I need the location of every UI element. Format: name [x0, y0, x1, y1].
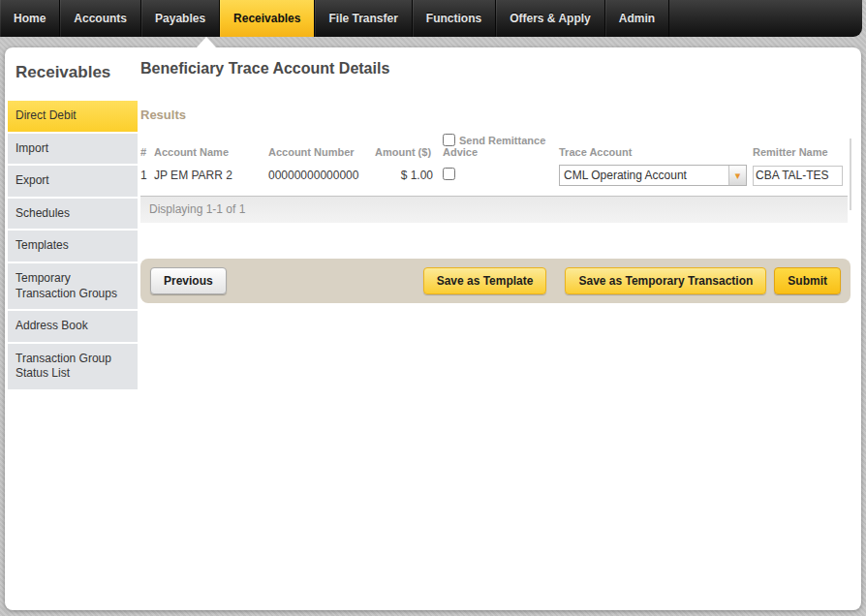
previous-button[interactable]: Previous [150, 267, 227, 294]
submit-button[interactable]: Submit [774, 267, 841, 294]
trace-account-select[interactable]: CML Operating Account ▾ [559, 165, 747, 186]
table-row: 1 JP EM PARR 2 00000000000000 $ 1.00 CML… [140, 163, 848, 193]
header-send-remittance-line1: Send Remittance [459, 135, 545, 146]
header-send-remittance-advice: Send Remittance Advice [439, 134, 559, 158]
header-remitter-name: Remitter Name [753, 146, 848, 158]
header-account-name: Account Name [154, 146, 268, 158]
row-amount: $ 1.00 [375, 169, 439, 182]
header-trace-account: Trace Account [559, 146, 753, 158]
sidebar-item-address-book[interactable]: Address Book [8, 311, 138, 342]
row-account-number: 00000000000000 [268, 169, 375, 182]
row-number: 1 [140, 169, 154, 182]
sidebar: Receivables Direct Debit Import Export S… [8, 47, 138, 391]
results-table: # Account Name Account Number Amount ($)… [140, 134, 848, 223]
sidebar-item-templates[interactable]: Templates [8, 231, 138, 262]
save-as-temporary-transaction-button[interactable]: Save as Temporary Transaction [565, 267, 766, 294]
nav-tab-accounts[interactable]: Accounts [60, 0, 141, 37]
pagination-status: Displaying 1-1 of 1 [140, 196, 848, 223]
page-title: Beneficiary Trace Account Details [140, 60, 855, 77]
nav-tab-receivables[interactable]: Receivables [220, 0, 315, 37]
nav-tab-payables[interactable]: Payables [141, 0, 220, 37]
results-heading: Results [140, 108, 855, 122]
sidebar-title: Receivables [15, 63, 138, 82]
send-remittance-checkbox[interactable] [443, 168, 455, 180]
results-scrollbar[interactable] [850, 139, 851, 210]
nav-tab-home[interactable]: Home [0, 0, 60, 37]
select-all-remittance-checkbox[interactable] [443, 134, 455, 146]
top-navigation: Home Accounts Payables Receivables File … [0, 0, 862, 37]
nav-tab-admin[interactable]: Admin [605, 0, 669, 37]
remitter-name-input[interactable] [753, 166, 843, 186]
sidebar-item-transaction-group-status-list[interactable]: Transaction Group Status List [8, 344, 138, 389]
header-account-number: Account Number [268, 146, 375, 158]
action-button-bar: Previous Save as Template Save as Tempor… [140, 259, 851, 303]
nav-tab-file-transfer[interactable]: File Transfer [315, 0, 412, 37]
nav-tab-functions[interactable]: Functions [413, 0, 496, 37]
nav-tab-offers-apply[interactable]: Offers & Apply [496, 0, 605, 37]
sidebar-item-import[interactable]: Import [8, 134, 138, 165]
sidebar-item-temporary-transaction-groups[interactable]: Temporary Transaction Groups [8, 263, 138, 309]
sidebar-item-export[interactable]: Export [8, 166, 138, 197]
active-tab-pointer [197, 37, 216, 47]
header-amount: Amount ($) [375, 146, 439, 158]
trace-account-selected-value: CML Operating Account [560, 169, 728, 182]
chevron-down-icon[interactable]: ▾ [728, 166, 746, 185]
header-send-remittance-line2: Advice [443, 146, 559, 158]
main-content: Beneficiary Trace Account Details Result… [140, 47, 855, 303]
sidebar-item-schedules[interactable]: Schedules [8, 199, 138, 230]
application-window: Home Accounts Payables Receivables File … [0, 0, 866, 616]
save-as-template-button[interactable]: Save as Template [423, 267, 547, 294]
content-panel: Receivables Direct Debit Import Export S… [5, 47, 861, 610]
row-account-name: JP EM PARR 2 [154, 169, 268, 182]
table-header-row: # Account Name Account Number Amount ($)… [140, 134, 848, 163]
header-row-number: # [140, 146, 154, 158]
sidebar-item-direct-debit[interactable]: Direct Debit [8, 101, 138, 132]
